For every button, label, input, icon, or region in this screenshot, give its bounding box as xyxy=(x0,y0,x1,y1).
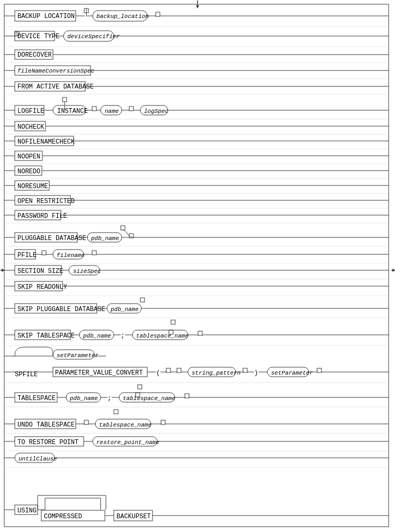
skip-readonly-label: SKIP READONLY xyxy=(17,283,67,291)
noresume-label: NORESUME xyxy=(17,183,48,190)
dorecover-label: DORECOVER xyxy=(17,51,52,59)
tablespace-name-3-identifier: tablespace_name xyxy=(99,422,151,428)
pluggable-db-label: PLUGGABLE DATABASE xyxy=(17,235,86,242)
size-spec-identifier: sizeSpec xyxy=(73,268,101,274)
close-paren-1: ) xyxy=(254,369,258,377)
until-clause-identifier: untilClause xyxy=(19,456,57,462)
pdb-name-3-identifier: pdb_name xyxy=(83,333,111,339)
instance-label: INSTANCE xyxy=(57,108,88,115)
pfile-label: PFILE xyxy=(17,252,37,259)
noredo-label: NOREDO xyxy=(17,168,40,175)
set-parameter-1-identifier: setParameter xyxy=(57,352,99,359)
password-file-label: PASSWORD FILE xyxy=(17,212,67,220)
using-label: USING xyxy=(17,507,37,515)
open-restricted-label: OPEN RESTRICTED xyxy=(17,198,75,205)
nocheck-label: NOCHECK xyxy=(17,123,44,131)
log-spec-identifier: logSpec xyxy=(144,108,169,114)
compressed-label: COMPRESSED xyxy=(44,513,82,520)
backup-location-label: BACKUP LOCATION xyxy=(17,13,75,20)
from-active-db-label: FROM ACTIVE DATABASE xyxy=(17,83,94,91)
semicolon-1: ; xyxy=(121,332,124,340)
string-pattern-identifier: string_pattern xyxy=(192,370,240,376)
set-parameter-2-identifier: setParameter xyxy=(271,370,313,376)
pdb-name-1-identifier: pdb_name xyxy=(91,235,119,242)
device-type-label: DEVICE TYPE xyxy=(17,33,59,40)
backupset-label: BACKUPSET xyxy=(116,513,151,520)
param-val-convert-label: PARAMETER_VALUE_CONVERT xyxy=(55,369,143,377)
to-restore-point-label: TO RESTORE POINT xyxy=(17,439,78,446)
semicolon-2: ; xyxy=(107,395,111,402)
backup-location-identifier: backup_location xyxy=(96,13,149,20)
tablespace-name-2-identifier: tablespace_name xyxy=(123,395,175,402)
pdb-name-2-identifier: pdb_name xyxy=(110,306,139,313)
pdb-name-4-identifier: pdb_name xyxy=(69,395,98,402)
section-size-label: SECTION SIZE xyxy=(17,268,63,275)
tablespace-name-1-identifier: tablespace_name xyxy=(136,333,188,339)
nofilenamecheck-label: NOFILENAMECHECK xyxy=(17,138,75,146)
undo-tablespace-label: UNDO TABLESPACE xyxy=(17,421,75,429)
noopen-label: NOOPEN xyxy=(17,153,40,161)
diagram-container: BACKUP LOCATION backup_location DEVICE T… xyxy=(0,0,395,532)
skip-tablespace-label: SKIP TABLESPACE xyxy=(17,332,75,340)
name-identifier: name xyxy=(105,108,119,114)
skip-pluggable-db-label: SKIP PLUGGABLE DATABASE xyxy=(17,306,105,313)
open-paren-1: ( xyxy=(156,369,160,377)
filename-identifier: filename xyxy=(57,252,85,259)
device-specifier-identifier: deviceSpecifier xyxy=(67,33,120,40)
tablespace-label: TABLESPACE xyxy=(17,395,56,402)
logfile-label: LOGFILE xyxy=(17,108,44,115)
svg-rect-0 xyxy=(0,0,395,532)
restore-point-name-identifier: restore_point_name xyxy=(96,439,159,446)
filename-conversion-spec: fileNameConversionSpec xyxy=(17,68,95,74)
